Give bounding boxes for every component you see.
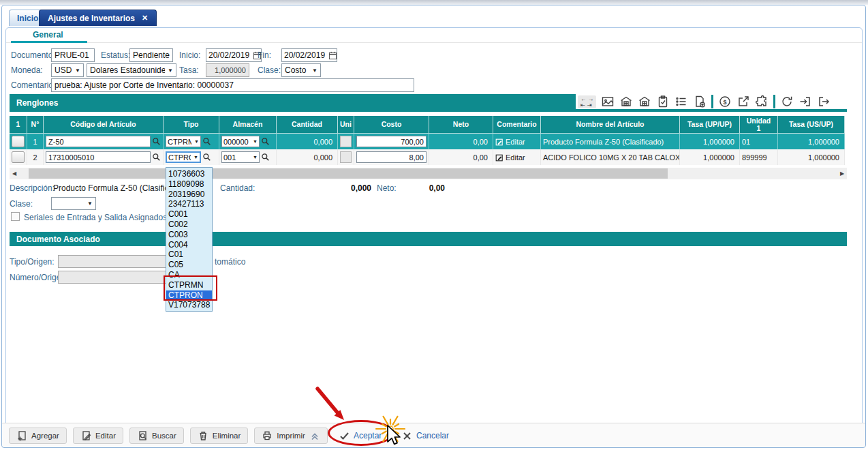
aceptar-label: Aceptar bbox=[354, 431, 382, 440]
document-edit-icon bbox=[80, 430, 91, 441]
search-icon[interactable] bbox=[202, 137, 211, 146]
table-header-row: 1 N° Código del Artículo Tipo Almacén Ca… bbox=[10, 116, 845, 134]
fin-date-field[interactable] bbox=[281, 48, 337, 62]
warehouse-out-icon[interactable] bbox=[638, 95, 651, 108]
col-header-uni[interactable]: Uni bbox=[338, 116, 354, 134]
costo-input[interactable] bbox=[356, 151, 427, 163]
eliminar-button[interactable]: Eliminar bbox=[190, 427, 249, 444]
search-icon[interactable] bbox=[152, 137, 161, 146]
dropdown-item[interactable]: C05 bbox=[166, 260, 212, 270]
table-row[interactable]: 1 CTPRMN ▼ 000000 ▼ 0,000 0,00 Edit bbox=[10, 134, 845, 149]
codigo-input[interactable] bbox=[46, 136, 151, 147]
almacen-select[interactable]: 000000 ▼ bbox=[221, 136, 260, 147]
dropdown-item[interactable]: C01 bbox=[166, 250, 212, 260]
fin-date-input[interactable] bbox=[282, 50, 328, 60]
dropdown-item[interactable]: C003 bbox=[166, 230, 212, 240]
clase-select[interactable]: Costo ▼ bbox=[281, 63, 321, 77]
warehouse-in-icon[interactable] bbox=[619, 95, 633, 108]
edit-icon bbox=[495, 138, 503, 146]
list-icon[interactable] bbox=[675, 95, 688, 108]
dropdown-item[interactable]: 10736603 bbox=[166, 169, 212, 179]
search-icon[interactable] bbox=[202, 153, 211, 162]
dollar-icon[interactable]: $ bbox=[718, 95, 732, 108]
moneda-code-select[interactable]: USD ▼ bbox=[51, 63, 84, 77]
import-icon[interactable] bbox=[799, 95, 812, 108]
col-header-num[interactable]: N° bbox=[27, 116, 44, 134]
chevron-down-icon: ▼ bbox=[87, 200, 93, 207]
costo-input[interactable] bbox=[356, 136, 427, 147]
footer-buttons: Agregar Editar Buscar Eliminar Imprimir bbox=[9, 427, 328, 444]
search-icon[interactable] bbox=[261, 137, 270, 146]
moneda-name-select[interactable]: Dolares Estadounidense ▼ bbox=[87, 63, 176, 77]
buscar-button[interactable]: Buscar bbox=[129, 427, 184, 444]
scroll-right-icon[interactable]: ▶ bbox=[837, 168, 847, 179]
imprimir-button[interactable]: Imprimir bbox=[254, 427, 328, 444]
col-header-tipo[interactable]: Tipo bbox=[164, 116, 219, 134]
neto-detail-label: Neto: bbox=[377, 183, 397, 193]
document-add-icon[interactable] bbox=[693, 95, 707, 108]
codigo-input[interactable] bbox=[46, 151, 151, 163]
search-icon[interactable] bbox=[152, 153, 161, 162]
comentario-input[interactable] bbox=[51, 78, 414, 92]
refresh-icon[interactable] bbox=[780, 95, 794, 108]
col-header-cantidad[interactable]: Cantidad bbox=[277, 116, 338, 134]
clase-detail-select[interactable]: ▼ bbox=[51, 197, 96, 210]
puzzle-icon[interactable] bbox=[755, 95, 769, 108]
col-header-neto[interactable]: Neto bbox=[429, 116, 493, 134]
agregar-button[interactable]: Agregar bbox=[9, 427, 67, 444]
col-header-tasa-upup[interactable]: Tasa (UP/UP) bbox=[680, 116, 740, 134]
uni-cell[interactable] bbox=[340, 136, 352, 147]
descripcion-label: Descripción: bbox=[10, 183, 55, 193]
clipboard-check-icon[interactable] bbox=[656, 95, 670, 108]
col-header-tasa-usup[interactable]: Tasa (US/UP) bbox=[778, 116, 845, 134]
clase-detail-label: Clase: bbox=[10, 199, 33, 209]
editar-link[interactable]: Editar bbox=[495, 138, 525, 146]
col-header-nombre[interactable]: Nombre del Artículo bbox=[541, 116, 680, 134]
tipo-value: CTPRMN bbox=[168, 138, 191, 146]
aceptar-button[interactable]: Aceptar bbox=[335, 427, 386, 444]
dropdown-item[interactable]: 11809098 bbox=[166, 179, 212, 190]
tipo-select[interactable]: CTPRMN ▼ bbox=[166, 136, 201, 147]
dropdown-item[interactable]: V17073788 bbox=[166, 300, 212, 310]
documento-input[interactable] bbox=[51, 48, 95, 62]
search-icon[interactable] bbox=[261, 153, 270, 162]
row-select-button[interactable] bbox=[12, 136, 25, 147]
edit-icon bbox=[495, 153, 503, 162]
dropdown-item[interactable]: C002 bbox=[166, 220, 212, 230]
col-header-codigo[interactable]: Código del Artículo bbox=[44, 116, 164, 134]
chevron-down-icon: ▼ bbox=[193, 155, 198, 160]
col-header-unidad1[interactable]: Unidad 1 bbox=[740, 116, 778, 134]
scroll-left-icon[interactable]: ◀ bbox=[10, 168, 19, 179]
inicio-date-field[interactable] bbox=[206, 48, 262, 62]
dropdown-item[interactable]: 20319690 bbox=[166, 190, 212, 200]
chevron-double-up-icon[interactable] bbox=[309, 430, 320, 441]
col-header-almacen[interactable]: Almacén bbox=[219, 116, 277, 134]
calendar-icon[interactable] bbox=[328, 51, 337, 60]
dropdown-item[interactable]: C004 bbox=[166, 240, 212, 250]
tipo-select-open[interactable]: CTPRON ▼ bbox=[166, 151, 201, 163]
editar-link[interactable]: Editar bbox=[495, 153, 525, 162]
scrollbar-thumb[interactable] bbox=[29, 168, 668, 179]
uni-cell[interactable] bbox=[340, 151, 352, 163]
inicio-date-input[interactable] bbox=[206, 50, 253, 60]
row-select-button[interactable] bbox=[12, 151, 25, 163]
seriales-checkbox[interactable] bbox=[11, 212, 20, 221]
editar-button[interactable]: Editar bbox=[73, 427, 123, 444]
col-header-comentario[interactable]: Comentario bbox=[493, 116, 541, 134]
horizontal-scrollbar[interactable]: ◀ ▶ bbox=[10, 168, 847, 179]
tab-close-icon[interactable]: ✕ bbox=[142, 14, 148, 22]
estatus-input[interactable] bbox=[129, 48, 173, 62]
almacen-select[interactable]: 001 ▼ bbox=[221, 151, 260, 163]
tab-ajustes-de-inventarios[interactable]: Ajustes de Inventarios ✕ bbox=[39, 10, 157, 26]
export-icon[interactable] bbox=[817, 95, 831, 108]
cancelar-button[interactable]: Cancelar bbox=[397, 427, 453, 444]
resize-columns-icon[interactable]: ← → ⇤ ⇥ bbox=[578, 95, 596, 108]
col-header-costo[interactable]: Costo bbox=[354, 116, 429, 134]
col-header-sel[interactable]: 1 bbox=[10, 116, 27, 134]
image-icon[interactable] bbox=[601, 95, 615, 108]
dropdown-item[interactable]: C001 bbox=[166, 209, 212, 220]
table-row[interactable]: 2 CTPRON ▼ 001 ▼ 0,000 0,00 Editar bbox=[10, 149, 845, 165]
external-link-icon[interactable] bbox=[737, 95, 750, 108]
dropdown-item[interactable]: 23427113 bbox=[166, 199, 212, 209]
tab-general[interactable]: General bbox=[33, 30, 63, 40]
